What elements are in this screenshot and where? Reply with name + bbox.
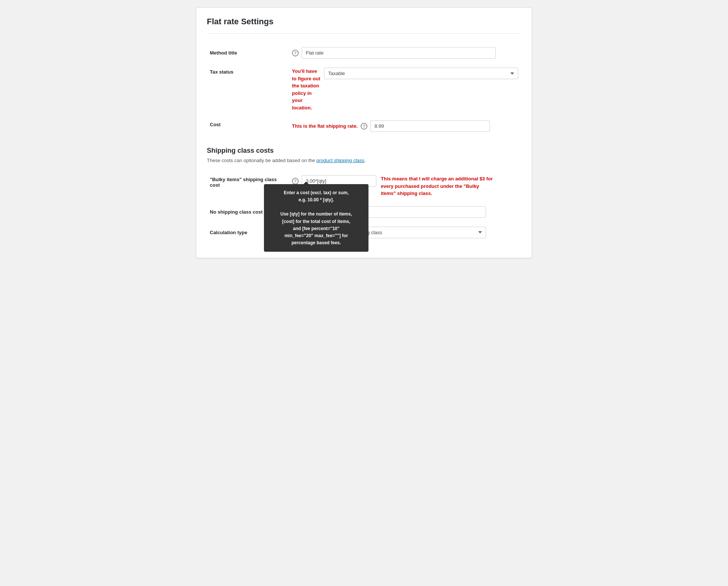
cost-row: Cost This is the flat shipping rate. ? [207,116,521,136]
no-class-label: No shipping class cost [207,202,289,222]
bulky-items-label: "Bulky items" shipping class cost [207,171,289,202]
settings-table: Method title ? Tax status You'll have to… [207,43,521,136]
settings-container: Flat rate Settings Method title ? Tax st… [196,7,532,258]
method-title-input[interactable] [302,47,496,59]
shipping-class-description: These costs can optionally be added base… [207,158,521,163]
page-title: Flat rate Settings [207,17,521,27]
tax-status-note: You'll have to figure out the taxation p… [292,68,321,111]
bulky-items-input[interactable] [302,175,376,187]
method-title-label: Method title [207,43,289,63]
cost-help-icon[interactable]: ? [361,123,367,130]
bulky-top-group: ? Enter a cost (excl. tax) or sum, e.g. … [292,175,376,187]
no-class-field-cell [289,202,521,222]
tax-status-select-wrapper: Taxable None [324,68,518,79]
bulky-help-icon[interactable]: ? Enter a cost (excl. tax) or sum, e.g. … [292,178,299,185]
method-title-help-icon[interactable]: ? [292,50,299,56]
bulky-input-area: ? Enter a cost (excl. tax) or sum, e.g. … [292,175,376,187]
calculation-type-select[interactable]: Charge shipping for each shipping class … [292,227,486,238]
bulky-items-field-cell: ? Enter a cost (excl. tax) or sum, e.g. … [289,171,521,202]
description-text: These costs can optionally be added base… [207,158,315,163]
cost-note: This is the flat shipping rate. [292,123,358,130]
calculation-type-field-cell: Charge shipping for each shipping class … [289,222,521,243]
bulky-field-wrapper: ? Enter a cost (excl. tax) or sum, e.g. … [292,175,518,197]
cost-field-cell: This is the flat shipping rate. ? [289,116,521,136]
method-title-field-group: ? [292,47,518,59]
tax-status-field-cell: You'll have to figure out the taxation p… [289,63,521,116]
bulky-note: This means that I will charge an additio… [381,175,493,197]
method-title-field-cell: ? [289,43,521,63]
bulky-items-row: "Bulky items" shipping class cost ? Ente… [207,171,521,202]
calculation-type-label: Calculation type [207,222,289,243]
tooltip-line1: Enter a cost (excl. tax) or sum, [284,190,349,195]
tax-status-field-group: You'll have to figure out the taxation p… [292,68,518,111]
description-end: . [364,158,366,163]
no-class-input[interactable] [292,206,486,218]
cost-input[interactable] [370,120,490,132]
method-title-row: Method title ? [207,43,521,63]
calculation-type-row: Calculation type Charge shipping for eac… [207,222,521,243]
no-class-row: No shipping class cost [207,202,521,222]
cost-label: Cost [207,116,289,136]
tax-status-label: Tax status [207,63,289,116]
tax-status-select[interactable]: Taxable None [324,68,518,79]
cost-field-group: This is the flat shipping rate. ? [292,120,518,132]
tax-status-row: Tax status You'll have to figure out the… [207,63,521,116]
product-shipping-class-link[interactable]: product shipping class [316,158,364,163]
divider [207,33,521,34]
shipping-class-heading: Shipping class costs [207,147,521,155]
shipping-class-table: "Bulky items" shipping class cost ? Ente… [207,171,521,243]
